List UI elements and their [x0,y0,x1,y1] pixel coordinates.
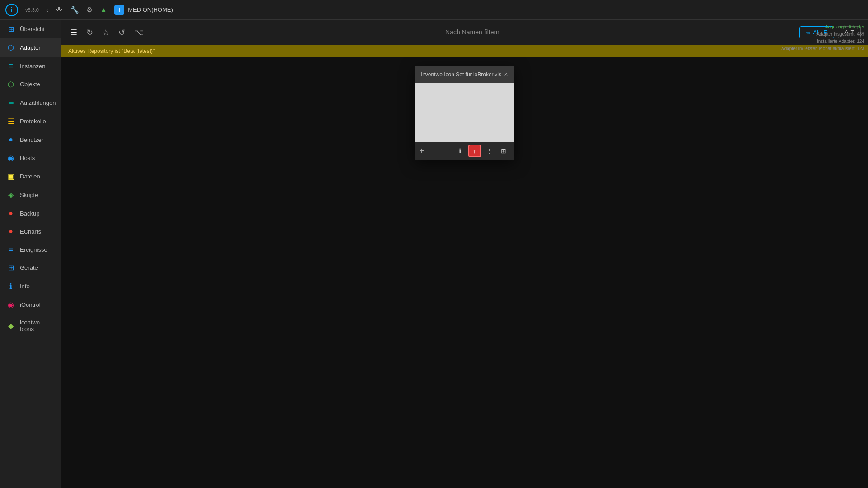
topbar: i v5.3.0 ‹ 👁 🔧 ⚙ ▲ i MEDION(HOME) [0,0,868,20]
sidebar-label-backup: Backup [20,210,39,217]
sidebar-label-ubersicht: Übersicht [20,26,45,33]
sidebar-item-objekte[interactable]: ⬡ Objekte [0,75,61,94]
host-icon: i [114,5,124,15]
sidebar-item-adapter[interactable]: ⬡ Adapter [0,38,61,57]
sidebar-item-aufzahlungen[interactable]: ≣ Aufzählungen [0,94,61,112]
sidebar-item-ubersicht[interactable]: ⊞ Übersicht [0,20,61,38]
modal-overlay: inventwo Icon Set für ioBroker.vis × + ℹ… [61,57,868,488]
stats-panel: Angezeigte Adapter Adapter insgesamt: 48… [781,23,864,52]
backup-icon: ● [6,209,15,217]
sidebar-item-echarts[interactable]: ● ECharts [0,222,61,240]
hosts-icon: ◉ [6,154,15,162]
sidebar-item-dateien[interactable]: ▣ Dateien [0,167,61,186]
stats-line1: Adapter insgesamt: 489 [781,31,864,38]
content-area: ☰ ↻ ☆ ↺ ⌥ ∞ ALLE A-Z Angezeigte Adapter [61,20,868,488]
benutzer-icon: ● [6,136,15,144]
modal-header: inventwo Icon Set für ioBroker.vis × [415,66,514,83]
sidebar-item-ereignisse[interactable]: ≡ Ereignisse [0,240,61,258]
sidebar-label-objekte: Objekte [20,81,40,88]
modal-custom-button[interactable]: ⊞ [497,145,510,157]
ereignisse-icon: ≡ [6,245,15,253]
custom-icon: ⊞ [501,147,506,155]
host-name: MEDION(HOME) [128,6,173,13]
modal-actions: ℹ ↑ ⋮ ⊞ [454,145,510,157]
sidebar-label-dateien: Dateien [20,173,40,180]
modal-add-button[interactable]: + [420,146,425,156]
list-view-icon[interactable]: ☰ [68,26,79,39]
objekte-icon: ⬡ [6,80,15,89]
aufzahlungen-icon: ≣ [6,99,15,107]
host-selector[interactable]: i MEDION(HOME) [114,5,173,15]
wrench-icon[interactable]: 🔧 [70,5,79,14]
sidebar-label-adapter: Adapter [20,44,41,51]
ubersicht-icon: ⊞ [6,25,15,33]
modal-close-button[interactable]: × [504,70,508,79]
filter-wrap [151,27,794,38]
version-label: v5.3.0 [25,7,39,13]
sidebar-label-aufzahlungen: Aufzählungen [20,99,56,106]
settings-icon[interactable]: ⚙ [86,5,93,14]
sidebar-item-skripte[interactable]: ◈ Skripte [0,186,61,204]
sidebar-label-hosts: Hosts [20,155,35,161]
stats-title: Angezeigte Adapter [781,23,864,31]
info-icon: ℹ [459,147,461,155]
more-icon: ⋮ [486,147,492,155]
iqontrol-icon: ◉ [6,300,15,309]
sidebar-item-hosts[interactable]: ◉ Hosts [0,149,61,167]
sidebar-label-icontwo: icontwo Icons [20,319,54,333]
main-layout: ⊞ Übersicht ⬡ Adapter ≡ Instanzen ⬡ Obje… [0,20,868,488]
host-icon-text: i [119,7,120,13]
modal-body [415,83,514,142]
sidebar-label-info: Info [20,283,30,290]
topbar-icons: 👁 🔧 ⚙ ▲ [56,5,107,14]
stats-line3: Adapter im letzten Monat aktualisiert: 1… [781,45,864,52]
sidebar-label-gerate: Geräte [20,264,38,271]
sidebar-item-iqontrol[interactable]: ◉ iQontrol [0,296,61,314]
info-icon: ℹ [6,282,15,291]
modal-more-button[interactable]: ⋮ [483,145,495,157]
update-icon[interactable]: ↺ [117,26,127,39]
dateien-icon: ▣ [6,172,15,181]
modal-title: inventwo Icon Set für ioBroker.vis [421,71,501,78]
upload-icon: ↑ [473,147,476,155]
sidebar-item-instanzen[interactable]: ≡ Instanzen [0,57,61,75]
echarts-icon: ● [6,227,15,235]
adapter-main-area: inventwo Icon Set für ioBroker.vis × + ℹ… [61,57,868,488]
sidebar-item-icontwo[interactable]: ◆ icontwo Icons [0,314,61,338]
sidebar: ⊞ Übersicht ⬡ Adapter ≡ Instanzen ⬡ Obje… [0,20,61,488]
adapter-modal: inventwo Icon Set für ioBroker.vis × + ℹ… [415,66,514,160]
adapter-toolbar: ☰ ↻ ☆ ↺ ⌥ ∞ ALLE A-Z Angezeigte Adapter [61,20,868,45]
modal-footer: + ℹ ↑ ⋮ ⊞ [415,142,514,160]
sidebar-label-protokolle: Protokolle [20,118,46,125]
signal-icon[interactable]: ▲ [100,6,107,14]
sidebar-item-protokolle[interactable]: ☰ Protokolle [0,112,61,131]
stats-line2: Installierte Adapter: 124 [781,38,864,45]
sidebar-label-instanzen: Instanzen [20,63,45,70]
modal-info-button[interactable]: ℹ [454,145,467,157]
sidebar-item-info[interactable]: ℹ Info [0,277,61,296]
sidebar-label-echarts: ECharts [20,228,41,235]
instanzen-icon: ≡ [6,62,15,70]
banner-text: Aktives Repository ist "Beta (latest)" [68,48,155,54]
modal-upload-button[interactable]: ↑ [468,145,481,157]
logo-text: i [11,6,13,14]
eye-icon[interactable]: 👁 [56,6,63,14]
icontwo-icon: ◆ [6,322,15,330]
sidebar-item-backup[interactable]: ● Backup [0,204,61,222]
repository-banner: Aktives Repository ist "Beta (latest)" [61,45,868,57]
sidebar-item-benutzer[interactable]: ● Benutzer [0,131,61,149]
refresh-icon[interactable]: ↻ [85,26,95,39]
adapter-icon: ⬡ [6,43,15,52]
collapse-icon[interactable]: ‹ [46,6,48,14]
sidebar-label-skripte: Skripte [20,192,38,198]
skripte-icon: ◈ [6,191,15,199]
gerate-icon: ⊞ [6,263,15,272]
app-logo[interactable]: i [5,4,18,16]
filter-input[interactable] [409,27,536,38]
sidebar-label-benutzer: Benutzer [20,136,43,143]
star-icon[interactable]: ☆ [100,26,111,39]
sidebar-item-gerate[interactable]: ⊞ Geräte [0,258,61,277]
sidebar-label-iqontrol: iQontrol [20,301,41,308]
github-icon[interactable]: ⌥ [132,26,146,39]
sidebar-label-ereignisse: Ereignisse [20,246,47,253]
